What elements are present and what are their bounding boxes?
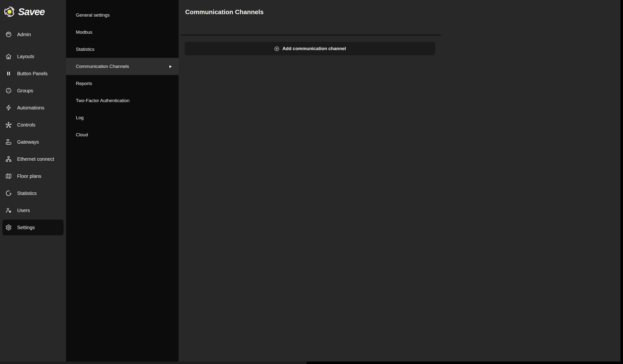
brand-name: Savee	[18, 6, 44, 17]
sidebar-item-controls[interactable]: Controls	[0, 116, 66, 133]
sidebar-item-label: Users	[17, 208, 30, 213]
sidebar-item-label: Floor plans	[17, 173, 41, 179]
horizontal-scrollbar[interactable]	[0, 362, 623, 364]
main-content: Communication Channels Add communication…	[178, 0, 620, 362]
settings-menu-item-two-factor-authentication[interactable]: Two-Factor Authentication	[66, 92, 178, 109]
lightning-icon	[5, 104, 12, 111]
sidebar-item-admin[interactable]: Admin	[0, 26, 66, 43]
sidebar-item-label: Controls	[17, 122, 35, 128]
sidebar-item-label: Settings	[17, 225, 35, 230]
sidebar-separator	[0, 43, 66, 48]
add-button-label: Add communication channel	[283, 46, 346, 51]
page-title: Communication Channels	[185, 8, 620, 16]
menu-item-label: Modbus	[76, 30, 92, 35]
sidebar-item-label: Gateways	[17, 139, 39, 145]
hub-network-icon	[5, 122, 12, 128]
vertical-scrollbar[interactable]	[620, 0, 623, 364]
menu-item-label: Two-Factor Authentication	[76, 98, 130, 103]
gear-icon	[5, 224, 12, 231]
sidebar-item-automations[interactable]: Automations	[0, 99, 66, 116]
sidebar-item-label: Statistics	[17, 191, 37, 196]
sidebar-item-floor-plans[interactable]: Floor plans	[0, 168, 66, 185]
sidebar-item-label: Ethernet connect	[17, 156, 54, 162]
sidebar-item-ethernet-connect[interactable]: Ethernet connect	[0, 150, 66, 168]
router-icon	[5, 139, 12, 145]
user-gear-icon	[5, 207, 12, 214]
settings-menu-item-reports[interactable]: Reports	[66, 75, 178, 92]
header-divider	[181, 35, 441, 35]
sidebar-item-statistics[interactable]: Statistics	[0, 185, 66, 202]
sidebar-item-label: Button Panels	[17, 71, 48, 77]
sidebar-item-label: Groups	[17, 88, 33, 94]
menu-item-label: Reports	[76, 81, 92, 86]
group-dots-icon	[5, 87, 12, 94]
menu-item-label: Log	[76, 115, 84, 121]
settings-menu-item-cloud[interactable]: Cloud	[66, 126, 178, 143]
pie-arc-icon	[5, 190, 12, 196]
sidebar-nav: Admin Layouts Button Panels	[0, 26, 66, 235]
menu-item-label: General settings	[76, 12, 110, 18]
settings-menu-item-modbus[interactable]: Modbus	[66, 24, 178, 41]
admin-face-icon	[5, 31, 12, 38]
sidebar-item-button-panels[interactable]: Button Panels	[0, 65, 66, 82]
settings-menu-item-communication-channels[interactable]: Communication Channels	[66, 58, 178, 75]
settings-menu-item-statistics[interactable]: Statistics	[66, 41, 178, 58]
brand-logo: Savee	[4, 4, 66, 20]
home-icon	[5, 53, 12, 60]
map-icon	[5, 173, 12, 179]
add-communication-channel-button[interactable]: Add communication channel	[185, 42, 435, 55]
chevron-right-icon	[169, 65, 172, 68]
savee-target-icon	[4, 6, 15, 17]
sidebar-item-layouts[interactable]: Layouts	[0, 48, 66, 65]
sidebar-item-users[interactable]: Users	[0, 202, 66, 219]
settings-menu-item-general-settings[interactable]: General settings	[66, 7, 178, 24]
sidebar: Savee Admin Layou	[0, 0, 66, 362]
menu-item-label: Statistics	[76, 47, 94, 52]
network-tree-icon	[5, 156, 12, 162]
plus-circle-icon	[274, 46, 279, 51]
sidebar-item-label: Automations	[17, 105, 44, 111]
settings-menu-item-log[interactable]: Log	[66, 109, 178, 126]
menu-item-label: Communication Channels	[76, 64, 129, 69]
settings-submenu: General settings Modbus Statistics Commu…	[66, 0, 178, 362]
sidebar-item-gateways[interactable]: Gateways	[0, 133, 66, 150]
sidebar-item-label: Layouts	[17, 54, 34, 59]
pause-bars-icon	[5, 70, 12, 77]
sidebar-item-settings[interactable]: Settings	[2, 220, 64, 235]
sidebar-item-groups[interactable]: Groups	[0, 82, 66, 99]
horizontal-scrollbar-thumb[interactable]	[0, 362, 307, 364]
menu-item-label: Cloud	[76, 132, 88, 138]
sidebar-item-label: Admin	[17, 32, 31, 37]
